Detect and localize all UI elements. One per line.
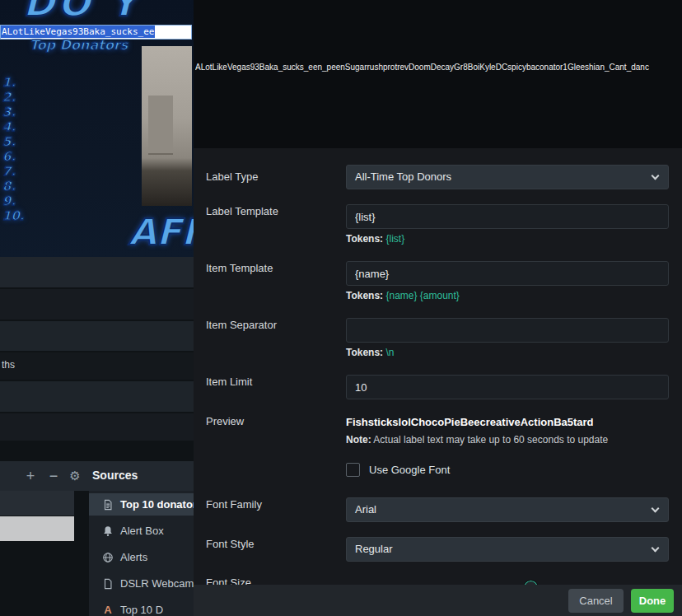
source-settings-gear-icon[interactable]: ⚙ <box>66 467 84 485</box>
rank-list: 1. 2. 3. 4. 5. 6. 7. 8. 9. 10. <box>2 75 25 223</box>
room-furniture <box>148 96 173 153</box>
label-type-value: All-Time Top Donors <box>355 170 451 183</box>
item-template-input[interactable] <box>346 261 669 286</box>
source-item-top10-donators[interactable]: Top 10 donators <box>89 493 194 516</box>
rank-item: 4. <box>2 119 25 134</box>
source-item-label: Top 10 D <box>120 604 163 616</box>
preview-label: Preview <box>206 415 244 427</box>
remove-source-button[interactable]: − <box>44 467 63 485</box>
text-source-icon: A <box>102 604 114 616</box>
chevron-down-icon <box>652 172 660 180</box>
rank-item: 8. <box>2 179 25 194</box>
bell-icon <box>102 525 114 537</box>
panel-row <box>0 289 194 320</box>
rank-item: 2. <box>2 90 25 105</box>
panel-row <box>0 321 194 351</box>
label-type-label: Label Type <box>206 170 258 183</box>
rank-item: 3. <box>2 105 25 119</box>
token-value: \n <box>385 347 394 358</box>
item-limit-label: Item Limit <box>206 376 252 388</box>
token-value: {name} {amount} <box>385 290 459 301</box>
rank-item: 5. <box>2 134 25 149</box>
note-label: Note: <box>346 434 371 446</box>
tokens-label: Tokens: <box>346 233 383 245</box>
globe-icon <box>102 552 114 563</box>
label-preview-text: ALotLikeVegas93Baka_sucks_een_peenSugarr… <box>195 63 682 72</box>
label-template-tokens: Tokens: {list} <box>346 233 404 245</box>
label-template-input[interactable] <box>346 204 669 229</box>
font-family-value: Arial <box>355 503 376 516</box>
item-separator-tokens: Tokens: \n <box>346 347 394 358</box>
panel-row <box>0 381 194 412</box>
use-google-font-label: Use Google Font <box>369 464 450 476</box>
rank-item: 1. <box>2 75 25 90</box>
source-item-label: Alerts <box>120 551 147 563</box>
afk-text: AFK <box>128 211 194 253</box>
source-item-top10-d[interactable]: A Top 10 D <box>89 599 194 616</box>
source-item-dslr-webcam[interactable]: DSLR Webcam <box>89 572 194 595</box>
item-separator-label: Item Separator <box>206 319 277 331</box>
preview-value: FishstickslolChocoPieBeecreativeActionBa… <box>346 416 594 428</box>
preview-note: Note: Actual label text may take up to 6… <box>346 434 608 446</box>
note-text: Actual label text may take up to 60 seco… <box>371 434 609 446</box>
source-properties-dialog: ALotLikeVegas93Baka_sucks_een_peenSugarr… <box>194 0 682 616</box>
rank-item: 7. <box>2 164 25 179</box>
done-button[interactable]: Done <box>631 589 674 613</box>
sources-header: Sources <box>92 469 138 482</box>
source-item-label: DSLR Webcam <box>120 577 194 590</box>
dialog-footer: Cancel Done <box>194 585 682 616</box>
rank-item: 10. <box>2 208 25 223</box>
label-type-select[interactable]: All-Time Top Donors <box>346 165 669 189</box>
sources-list: Top 10 donators Alert Box Alerts DSLR We… <box>89 491 194 616</box>
mixer-row <box>0 491 74 516</box>
font-family-label: Font Family <box>206 498 262 511</box>
font-style-label: Font Style <box>206 538 255 550</box>
font-style-select[interactable]: Regular <box>346 537 669 562</box>
rank-item: 6. <box>2 149 25 164</box>
editor-background: DO Y ALotLikeVegas93Baka_sucks_ee Top Do… <box>0 0 194 616</box>
webcam-image <box>142 46 192 206</box>
app-window: DO Y ALotLikeVegas93Baka_sucks_ee Top Do… <box>0 0 682 616</box>
cancel-button[interactable]: Cancel <box>568 589 624 613</box>
use-google-font-checkbox[interactable] <box>346 463 360 477</box>
token-value: {list} <box>385 233 404 245</box>
tokens-label: Tokens: <box>346 290 383 301</box>
item-limit-input[interactable] <box>346 375 669 399</box>
document-icon <box>102 499 114 511</box>
source-item-label: Top 10 donators <box>120 498 194 511</box>
font-family-select[interactable]: Arial <box>346 497 669 522</box>
top-donators-title: Top Donators <box>30 37 128 53</box>
source-item-alert-box[interactable]: Alert Box <box>89 520 194 542</box>
label-preview-area: ALotLikeVegas93Baka_sucks_een_peenSugarr… <box>194 0 682 148</box>
panel-row-clipped-label: ths <box>0 352 194 380</box>
font-style-value: Regular <box>355 543 393 555</box>
file-icon <box>102 578 114 590</box>
panel-row <box>0 413 194 441</box>
source-item-alerts[interactable]: Alerts <box>89 546 194 568</box>
mixer-row-light <box>0 516 74 541</box>
add-source-button[interactable]: + <box>21 467 40 485</box>
chevron-down-icon <box>652 505 660 513</box>
tokens-label: Tokens: <box>346 347 383 358</box>
panel-row <box>0 257 194 287</box>
chevron-down-icon <box>652 544 660 553</box>
rank-item: 9. <box>2 194 25 208</box>
label-template-label: Label Template <box>206 205 278 217</box>
source-item-label: Alert Box <box>120 525 164 537</box>
canvas-preview: DO Y ALotLikeVegas93Baka_sucks_ee Top Do… <box>0 0 194 257</box>
overlay-big-title: DO Y <box>23 0 141 25</box>
item-separator-input[interactable] <box>346 318 669 343</box>
item-template-label: Item Template <box>206 262 273 274</box>
item-template-tokens: Tokens: {name} {amount} <box>346 290 460 301</box>
sources-toolbar: + − ⚙ Sources <box>0 461 194 491</box>
rename-selected-text: ALotLikeVegas93Baka_sucks_ee <box>1 26 155 38</box>
